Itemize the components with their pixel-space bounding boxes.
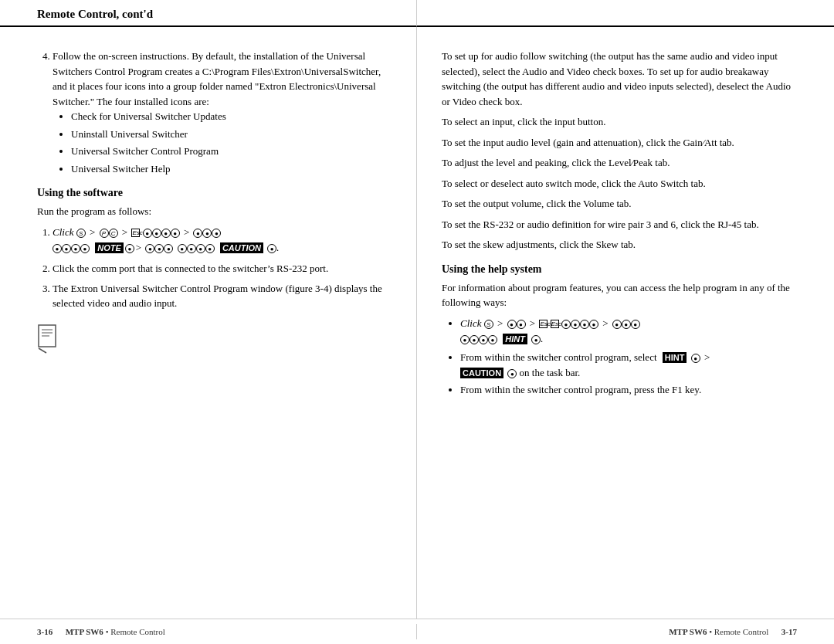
page-title: Remote Control, cont'd xyxy=(37,8,153,20)
footer-right-product: MTP SW6 xyxy=(669,627,707,636)
h-c2: ● xyxy=(571,320,580,329)
step2-text: Click the comm port that is connected to… xyxy=(53,263,328,274)
list-item-4: Follow the on-screen instructions. By de… xyxy=(53,49,392,176)
h-c7: ● xyxy=(631,320,640,329)
right-para1: To set up for audio follow switching (th… xyxy=(442,49,797,109)
right-para3: To set the input audio level (gain and a… xyxy=(442,135,797,151)
hint-badge-1: HINT xyxy=(503,334,527,344)
h-circle-p1: ● xyxy=(507,320,517,329)
right-para4: To adjust the level and peaking, click t… xyxy=(442,155,797,171)
bullet-item-2: Uninstall Universal Switcher xyxy=(71,127,392,142)
doc-icon xyxy=(37,324,60,354)
h-c1: ● xyxy=(561,320,571,329)
hint-badge-2: HINT xyxy=(663,352,687,363)
right-para2: To select an input, click the input butt… xyxy=(442,114,797,130)
help-section-title: Using the help system xyxy=(442,263,797,276)
step1-line: Click S > PC > Esc ●●●● > ●●● ●●●● NOTE●… xyxy=(53,226,280,254)
bullet-item-4: Universal Switcher Help xyxy=(71,161,392,177)
circle-x3: ● xyxy=(164,244,173,253)
item4-text: Follow the on-screen instructions. By de… xyxy=(53,50,381,107)
step3-text: The Extron Universal Switcher Control Pr… xyxy=(53,283,382,310)
circle-p2: ● xyxy=(193,229,202,238)
h-circle-s: S xyxy=(484,320,493,329)
help-bullet2-prefix: From within the switcher control program… xyxy=(460,351,657,363)
footer-area: 3-16 MTP SW6 • Remote Control MTP SW6 • … xyxy=(0,619,834,644)
page-header-wrapper: Remote Control, cont'd xyxy=(0,0,834,27)
bullet-item-3: Universal Switcher Control Program xyxy=(71,144,392,159)
note-spacer: NOTE xyxy=(95,242,124,253)
circle-group2: ●●●● xyxy=(178,242,215,253)
footer-right-bullet: • xyxy=(709,627,714,636)
right-column: To set up for audio follow switching (th… xyxy=(417,27,834,619)
footer-right: MTP SW6 • Remote Control 3-17 xyxy=(417,624,834,639)
left-header: Remote Control, cont'd xyxy=(0,0,417,27)
h-sq-esc2: Esc xyxy=(551,320,559,328)
help-bullet-list: Click S > ●● > Esc Esc ●●●● > ●●● ●●●● H… xyxy=(460,316,797,398)
help-para1: For information about program features, … xyxy=(442,280,797,310)
h2-circle: ● xyxy=(691,354,700,363)
circle-a1: ● xyxy=(71,244,80,253)
help-step1-line: Click S > ●● > Esc Esc ●●●● > ●●● ●●●● H… xyxy=(460,317,640,345)
h-c8: ● xyxy=(460,335,470,344)
h-end-circle: ● xyxy=(531,335,541,344)
software-step-2: Click the comm port that is connected to… xyxy=(53,261,392,276)
right-para5: To select or deselect auto switch mode, … xyxy=(442,176,797,192)
circle-dot1: ● xyxy=(143,229,152,238)
svg-line-4 xyxy=(39,348,46,353)
circle-end: ● xyxy=(267,244,276,253)
h-c3: ● xyxy=(580,320,589,329)
circle-x1: ● xyxy=(145,244,154,253)
h-c4: ● xyxy=(589,320,598,329)
circle-r1: ● xyxy=(202,229,212,238)
circle-y1: ● xyxy=(178,244,187,253)
page-container: Remote Control, cont'd Follow the on-scr… xyxy=(0,0,834,644)
caution-badge-1: CAUTION xyxy=(220,242,263,253)
software-step-3: The Extron Universal Switcher Control Pr… xyxy=(53,281,392,311)
run-text: Run the program as follows: xyxy=(37,204,392,219)
h-c11: ● xyxy=(488,335,497,344)
footer-left-page: 3-16 xyxy=(37,627,53,636)
circle-y3: ● xyxy=(196,244,205,253)
icon-area xyxy=(37,324,392,358)
footer-left-section: Remote Control xyxy=(110,627,165,636)
circle-x2: ● xyxy=(154,244,164,253)
help-bullet-2: From within the switcher control program… xyxy=(460,350,797,380)
circle-c1: C xyxy=(109,229,118,238)
circle-s: S xyxy=(76,229,86,238)
bullet-item-1: Check for Universal Switcher Updates xyxy=(71,109,392,124)
h-c10: ● xyxy=(479,335,488,344)
sq-esc: Esc xyxy=(131,229,140,237)
help-bullet-1: Click S > ●● > Esc Esc ●●●● > ●●● ●●●● H… xyxy=(460,316,797,348)
h-c5: ● xyxy=(612,320,622,329)
circle-dot3: ● xyxy=(161,229,171,238)
caution-badge-2: CAUTION xyxy=(460,368,503,378)
right-para8: To set the skew adjustments, click the S… xyxy=(442,237,797,253)
software-section-title: Using the software xyxy=(37,187,392,199)
help-bullet-3: From within the switcher control program… xyxy=(460,382,797,398)
content-area: Follow the on-screen instructions. By de… xyxy=(0,27,834,619)
help-bullet2-suffix: on the task bar. xyxy=(520,367,581,378)
circle-y2: ● xyxy=(187,244,196,253)
footer-left-product: MTP SW6 xyxy=(66,627,103,636)
right-para7: To set the RS-232 or audio definition fo… xyxy=(442,217,797,232)
right-header xyxy=(417,0,834,27)
circle-o1: ● xyxy=(212,229,221,238)
left-column: Follow the on-screen instructions. By de… xyxy=(0,27,417,619)
h-c6: ● xyxy=(622,320,631,329)
right-para6: To set the output volume, click the Volu… xyxy=(442,196,797,212)
h-c9: ● xyxy=(470,335,479,344)
footer-right-spacer xyxy=(771,627,779,636)
software-steps: Click S > PC > Esc ●●●● > ●●● ●●●● NOTE●… xyxy=(53,225,392,311)
main-list: Follow the on-screen instructions. By de… xyxy=(53,49,392,176)
footer-right-section: Remote Control xyxy=(714,627,769,636)
circle-r2: ● xyxy=(62,244,71,253)
h-sq-esc1: Esc xyxy=(539,320,548,328)
circle-n2: ● xyxy=(125,244,134,253)
footer-left-spacer xyxy=(55,627,63,636)
h2-end-circle: ● xyxy=(507,369,517,378)
circle-m1: ● xyxy=(80,244,90,253)
circle-p: P xyxy=(100,229,109,238)
footer-left: 3-16 MTP SW6 • Remote Control xyxy=(0,624,417,639)
circle-y4: ● xyxy=(205,244,215,253)
note-badge: NOTE xyxy=(95,242,124,253)
